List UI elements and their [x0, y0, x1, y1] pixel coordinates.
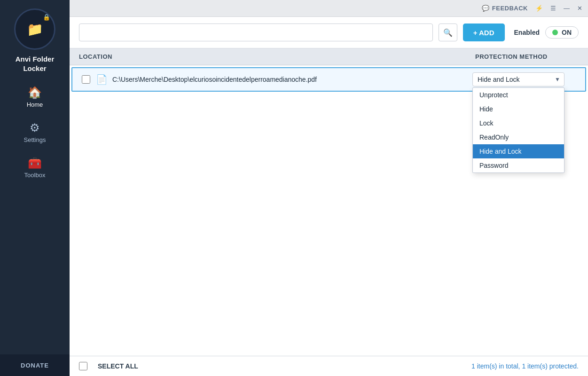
search-input[interactable] — [79, 24, 433, 41]
nav-item-home[interactable]: 🏠 Home — [0, 79, 70, 115]
settings-icon: ⚙ — [30, 121, 40, 134]
table-body: 📄 C:\Users\Merche\Desktop\elcuriosoincid… — [70, 65, 588, 356]
col-protection: PROTECTION METHOD — [475, 53, 579, 60]
search-button[interactable]: 🔍 — [439, 24, 457, 41]
toolbox-icon: 🧰 — [28, 157, 42, 170]
donate-label: DONATE — [21, 362, 49, 369]
nav-item-toolbox[interactable]: 🧰 Toolbox — [0, 150, 70, 185]
sidebar: 📁 🔒 Anvi Folder Locker 🏠 Home ⚙ Settings… — [0, 0, 70, 376]
dropdown-item-unprotect[interactable]: Unprotect — [473, 88, 564, 102]
row-checkbox[interactable] — [82, 75, 90, 84]
dropdown-item-hide[interactable]: Hide — [473, 102, 564, 116]
search-icon: 🔍 — [443, 28, 453, 37]
feedback-icon: 💬 — [482, 5, 490, 12]
nav-label-toolbox: Toolbox — [24, 172, 46, 179]
col-location: LOCATION — [79, 53, 475, 60]
feedback-button[interactable]: 💬 FEEDBACK — [482, 5, 528, 12]
table-area: LOCATION PROTECTION METHOD 📄 C:\Users\Me… — [70, 48, 588, 376]
hamburger-icon: ☰ — [550, 5, 556, 12]
nav-item-settings[interactable]: ⚙ Settings — [0, 115, 70, 150]
toolbar: 🔍 + ADD Enabled ON — [70, 17, 588, 48]
home-icon: 🏠 — [28, 86, 42, 99]
app-name: Anvi Folder Locker — [16, 55, 55, 73]
select-all-label: SELECT ALL — [98, 362, 138, 370]
add-button[interactable]: + ADD — [463, 24, 505, 41]
dropdown-item-hideandlock[interactable]: Hide and Lock — [473, 144, 564, 158]
lock-badge-icon: 🔒 — [43, 14, 50, 21]
folder-icon: 📁 — [27, 22, 43, 37]
protection-dropdown: Unprotect Hide Lock ReadOnly Hide and Lo — [472, 87, 564, 173]
donate-area[interactable]: DONATE — [0, 354, 70, 376]
menu-button[interactable]: ☰ — [550, 5, 556, 12]
lightning-icon: ⚡ — [535, 5, 543, 12]
table-row: 📄 C:\Users\Merche\Desktop\elcuriosoincid… — [71, 67, 586, 92]
toggle-dot — [552, 30, 558, 35]
close-button[interactable]: ✕ — [577, 5, 582, 12]
table-footer: SELECT ALL 1 item(s) in total, 1 item(s)… — [70, 356, 588, 376]
protection-select-wrapper: Hide and Lock ▼ Unprotect Hide Lo — [472, 72, 576, 86]
dropdown-item-password[interactable]: Password — [473, 158, 564, 172]
title-bar: 💬 FEEDBACK ⚡ ☰ — ✕ — [70, 0, 588, 17]
feedback-label: FEEDBACK — [492, 5, 528, 12]
close-icon: ✕ — [577, 5, 582, 12]
dropdown-item-readonly[interactable]: ReadOnly — [473, 130, 564, 144]
minimize-button[interactable]: — — [564, 5, 570, 12]
dropdown-item-lock[interactable]: Lock — [473, 116, 564, 130]
main-content: 💬 FEEDBACK ⚡ ☰ — ✕ 🔍 + ADD Enabled ON — [70, 0, 588, 376]
protection-dropdown-trigger[interactable]: Hide and Lock ▼ — [472, 72, 564, 86]
selected-option-label: Hide and Lock — [478, 76, 520, 83]
logo-circle: 📁 🔒 — [14, 8, 55, 50]
nav-label-home: Home — [27, 101, 43, 108]
toggle-text: ON — [562, 29, 572, 36]
table-header: LOCATION PROTECTION METHOD — [70, 48, 588, 65]
file-icon: 📄 — [96, 74, 108, 85]
toggle-on-button[interactable]: ON — [545, 26, 579, 39]
dropdown-arrow-icon: ▼ — [555, 76, 560, 83]
enabled-label: Enabled — [514, 29, 540, 36]
lightning-button[interactable]: ⚡ — [535, 5, 543, 12]
add-label: + ADD — [473, 29, 494, 37]
logo-area: 📁 🔒 Anvi Folder Locker — [0, 0, 70, 79]
minimize-icon: — — [564, 5, 570, 12]
file-path: C:\Users\Merche\Desktop\elcuriosoinciden… — [112, 76, 472, 83]
select-all-area: SELECT ALL — [79, 362, 138, 370]
footer-stats: 1 item(s) in total, 1 item(s) protected. — [471, 362, 579, 370]
nav-label-settings: Settings — [24, 136, 46, 143]
select-all-checkbox[interactable] — [79, 362, 87, 370]
